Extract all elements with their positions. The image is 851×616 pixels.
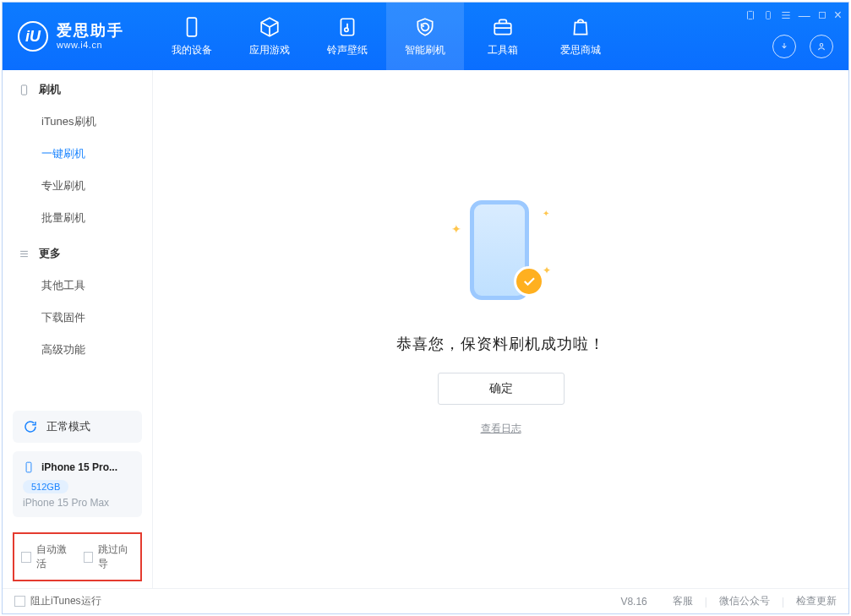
cube-icon xyxy=(259,16,281,38)
nav-smart-flash[interactable]: 智能刷机 xyxy=(386,3,464,70)
success-message: 恭喜您，保资料刷机成功啦！ xyxy=(396,334,605,354)
checkbox-label: 阻止iTunes运行 xyxy=(30,594,101,608)
nav-ringtones[interactable]: 铃声壁纸 xyxy=(308,3,386,70)
sparkle-icon: ✦ xyxy=(451,222,461,236)
refresh-shield-icon xyxy=(414,16,436,38)
nav-store[interactable]: 爱思商城 xyxy=(542,3,619,70)
device-model: iPhone 15 Pro Max xyxy=(23,497,132,509)
svg-rect-0 xyxy=(188,18,197,36)
brand-subtitle: www.i4.cn xyxy=(57,40,124,51)
checkbox-icon xyxy=(84,552,94,563)
version-label: V8.16 xyxy=(620,596,646,608)
checkbox-label: 自动激活 xyxy=(36,542,72,571)
menu-icon[interactable] xyxy=(780,9,792,21)
svg-point-6 xyxy=(820,44,823,47)
sidebar-item-other-tools[interactable]: 其他工具 xyxy=(3,270,152,302)
sidebar-item-batch-flash[interactable]: 批量刷机 xyxy=(3,202,152,234)
nav-toolbox[interactable]: 工具箱 xyxy=(464,3,542,70)
nav-label: 工具箱 xyxy=(488,43,518,57)
svg-rect-3 xyxy=(494,23,511,34)
app-header: iU 爱思助手 www.i4.cn 我的设备 应用游戏 铃声壁纸 智能刷机 xyxy=(3,3,848,70)
top-nav: 我的设备 应用游戏 铃声壁纸 智能刷机 工具箱 爱思商城 xyxy=(153,3,619,70)
brand: iU 爱思助手 www.i4.cn xyxy=(3,3,153,70)
device-name: iPhone 15 Pro... xyxy=(41,461,117,473)
clip-icon[interactable] xyxy=(745,9,756,21)
music-icon xyxy=(336,16,358,38)
check-badge-icon xyxy=(514,266,544,297)
nav-my-device[interactable]: 我的设备 xyxy=(153,3,231,70)
refresh-icon xyxy=(23,419,38,434)
minimize-button[interactable]: — xyxy=(799,8,810,22)
device-mode-box[interactable]: 正常模式 xyxy=(13,411,142,443)
menu-lines-icon xyxy=(18,248,30,260)
device-info-box[interactable]: iPhone 15 Pro... 512GB iPhone 15 Pro Max xyxy=(13,451,142,517)
nav-label: 智能刷机 xyxy=(405,43,445,57)
sparkle-icon: ✦ xyxy=(543,264,551,276)
window-controls: — × xyxy=(745,8,842,23)
sidebar-group-title: 更多 xyxy=(39,246,61,261)
maximize-button[interactable] xyxy=(817,10,827,20)
svg-rect-4 xyxy=(766,12,770,19)
nav-apps-games[interactable]: 应用游戏 xyxy=(231,3,308,70)
sidebar-item-itunes-flash[interactable]: iTunes刷机 xyxy=(3,106,152,138)
success-illustration: ✦ ✦ ✦ xyxy=(446,197,556,307)
sidebar-item-advanced[interactable]: 高级功能 xyxy=(3,334,152,366)
brand-logo-icon: iU xyxy=(18,21,48,52)
svg-rect-8 xyxy=(26,462,31,472)
main-content: ✦ ✦ ✦ 恭喜您，保资料刷机成功啦！ 确定 查看日志 xyxy=(153,70,848,588)
download-button[interactable] xyxy=(772,35,796,58)
check-update-link[interactable]: 检查更新 xyxy=(796,594,837,608)
checkbox-icon xyxy=(21,552,31,563)
phone-outline-icon xyxy=(23,460,35,475)
sidebar-group-title: 刷机 xyxy=(39,82,61,97)
checkbox-auto-activate[interactable]: 自动激活 xyxy=(21,542,72,571)
support-link[interactable]: 客服 xyxy=(673,594,693,608)
storage-badge: 512GB xyxy=(23,480,68,493)
sidebar-group-more: 更多 xyxy=(3,234,152,270)
wechat-link[interactable]: 微信公众号 xyxy=(719,594,770,608)
nav-label: 应用游戏 xyxy=(249,43,290,57)
bag-icon xyxy=(570,16,592,38)
toolbox-icon xyxy=(492,16,514,38)
sidebar: 刷机 iTunes刷机 一键刷机 专业刷机 批量刷机 更多 其他工具 下载固件 … xyxy=(3,70,153,588)
status-bar: 阻止iTunes运行 V8.16 客服 | 微信公众号 | 检查更新 xyxy=(3,588,848,613)
sidebar-item-oneclick-flash[interactable]: 一键刷机 xyxy=(3,138,152,170)
svg-rect-5 xyxy=(819,13,825,19)
svg-rect-7 xyxy=(21,84,26,94)
account-button[interactable] xyxy=(810,35,833,58)
ok-button[interactable]: 确定 xyxy=(438,373,565,405)
view-log-link[interactable]: 查看日志 xyxy=(481,422,521,436)
nav-label: 我的设备 xyxy=(172,43,212,57)
phone-icon xyxy=(181,16,203,38)
nav-label: 铃声壁纸 xyxy=(327,43,368,57)
phone-small-icon[interactable] xyxy=(763,9,773,21)
sidebar-group-flash: 刷机 xyxy=(3,70,152,106)
brand-title: 爱思助手 xyxy=(57,22,124,41)
svg-point-2 xyxy=(345,28,348,31)
nav-label: 爱思商城 xyxy=(560,43,601,57)
checkbox-skip-wizard[interactable]: 跳过向导 xyxy=(84,542,134,571)
highlighted-options: 自动激活 跳过向导 xyxy=(13,532,142,581)
device-small-icon xyxy=(18,84,30,96)
sidebar-item-pro-flash[interactable]: 专业刷机 xyxy=(3,170,152,202)
separator: | xyxy=(705,596,707,608)
separator: | xyxy=(782,596,784,608)
close-button[interactable]: × xyxy=(834,8,842,23)
sparkle-icon: ✦ xyxy=(543,209,549,218)
sidebar-item-download-firmware[interactable]: 下载固件 xyxy=(3,302,152,334)
mode-label: 正常模式 xyxy=(46,419,90,434)
checkbox-icon xyxy=(14,596,25,607)
checkbox-label: 跳过向导 xyxy=(98,542,134,571)
checkbox-block-itunes[interactable]: 阻止iTunes运行 xyxy=(14,594,101,608)
